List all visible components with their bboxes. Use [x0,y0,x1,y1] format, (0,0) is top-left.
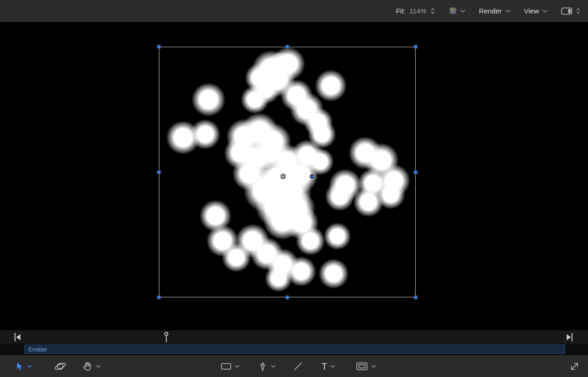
chevron-down-icon[interactable] [27,365,32,368]
selection-handle[interactable] [414,170,418,174]
hand-icon [82,361,93,372]
color-channel-icon [449,7,457,15]
in-point-icon [14,332,21,342]
text-icon: T [322,362,327,371]
chevron-down-icon[interactable] [235,365,240,368]
motion-canvas-window: Fit: 114% Render View [0,0,588,377]
mask-tool[interactable] [356,355,376,377]
out-point-icon [566,332,573,342]
emitter-track-label: Emitter [28,346,47,353]
selection-handle[interactable] [285,295,290,300]
line-icon [293,361,303,371]
out-point-marker[interactable] [566,332,573,344]
chevron-down-icon [461,10,465,13]
chevron-down-icon[interactable] [371,365,376,368]
text-tool[interactable]: T [322,355,335,377]
playhead[interactable] [163,332,170,343]
mini-timeline[interactable] [0,330,588,344]
in-point-marker[interactable] [14,332,21,344]
timeline-track-area: Emitter [0,344,588,355]
orbit-3d-tool[interactable] [54,355,67,377]
chevron-down-icon [543,10,547,13]
chevron-down-icon[interactable] [330,365,335,368]
selection-layer [0,22,588,330]
canvas-toolbar: Fit: 114% Render View [0,0,588,22]
emitter-direction-handle[interactable] [310,174,315,179]
playhead-icon [163,332,170,343]
rect-shape-icon [221,362,232,371]
chevron-down-icon[interactable] [271,365,276,368]
zoom-fit-label: Fit: [396,7,405,15]
render-menu-label: Render [479,7,502,15]
selection-handle[interactable] [157,295,161,300]
selection-handle[interactable] [285,45,290,49]
display-icon [561,7,572,15]
direction-line-1 [289,175,309,176]
expand-icon [569,361,580,371]
select-tool[interactable] [15,355,32,377]
selection-handle[interactable] [414,45,418,49]
selection-handle[interactable] [157,170,161,174]
bezier-tool[interactable] [258,355,276,377]
stepper-icon[interactable] [430,7,435,15]
color-channel-menu[interactable] [449,7,465,15]
selection-handle[interactable] [157,45,161,49]
direction-line-2 [289,178,309,178]
zoom-control[interactable]: Fit: 114% [396,7,435,15]
mask-icon [356,362,368,371]
chevron-down-icon [506,10,510,13]
chevron-down-icon[interactable] [96,365,101,368]
display-options-menu[interactable] [561,7,581,15]
render-menu[interactable]: Render [479,7,510,15]
stepper-icon[interactable] [576,7,581,15]
selection-handle[interactable] [414,295,418,300]
emitter-center-target[interactable] [277,170,289,182]
expand-view-button[interactable] [569,355,580,377]
emitter-track-bar[interactable]: Emitter [24,345,565,354]
bezier-icon [258,361,268,372]
orbit-icon [54,360,67,372]
tools-toolbar: T [0,355,588,377]
view-menu[interactable]: View [524,7,547,15]
canvas-viewport[interactable] [0,22,588,330]
crosshair-icon [277,170,289,182]
zoom-value: 114% [409,7,426,15]
select-arrow-icon [15,362,24,371]
line-tool[interactable] [293,355,303,377]
rect-shape-tool[interactable] [221,355,240,377]
view-menu-label: View [524,7,539,15]
pan-hand-tool[interactable] [82,355,101,377]
